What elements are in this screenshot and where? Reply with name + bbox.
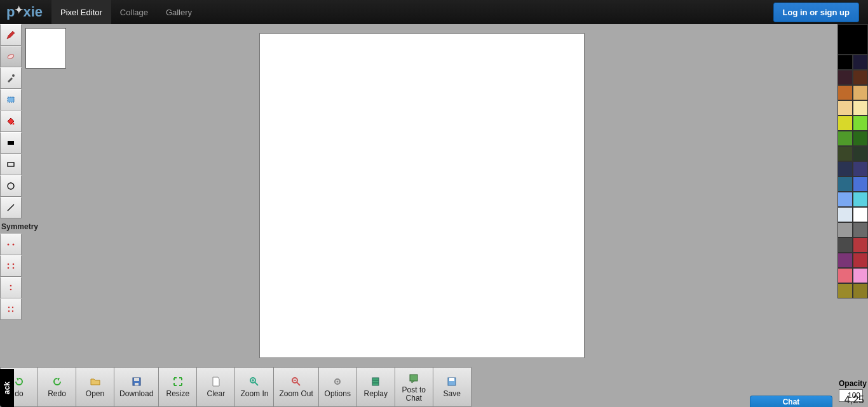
swatch[interactable] — [853, 70, 868, 85]
open-button[interactable]: Open — [76, 367, 114, 407]
sym-vertical-icon — [6, 261, 16, 271]
action-bar: doRedoOpenDownloadResizeClearZoom InZoom… — [0, 367, 471, 407]
undo-icon-wrap — [13, 376, 25, 387]
swatch[interactable] — [853, 222, 868, 237]
swatch[interactable] — [853, 253, 868, 268]
tool-circle-outline[interactable] — [0, 175, 22, 197]
tool-bucket[interactable] — [0, 110, 22, 132]
replay-button[interactable]: Replay — [357, 367, 395, 407]
swatch[interactable] — [853, 192, 868, 207]
svg-point-14 — [10, 285, 12, 287]
logo[interactable]: p ✦ xie — [0, 4, 51, 20]
swatch[interactable] — [853, 207, 868, 222]
sym-quad-icon — [6, 304, 16, 314]
bucket-icon — [6, 116, 16, 126]
tool-eyedropper[interactable] — [0, 67, 22, 89]
swatch[interactable] — [853, 237, 868, 253]
swatch[interactable] — [853, 55, 868, 70]
line-icon — [6, 203, 16, 213]
tool-sym-single[interactable] — [0, 277, 22, 298]
tool-sym-horizontal[interactable] — [0, 234, 22, 255]
resize-icon-wrap — [172, 376, 184, 387]
options-button[interactable]: Options — [319, 367, 357, 407]
swatch[interactable] — [837, 177, 853, 192]
zoomout-button[interactable]: Zoom Out — [274, 367, 318, 407]
save-button[interactable]: Save — [433, 367, 471, 407]
folder-icon — [90, 376, 101, 387]
layer-thumbnail[interactable] — [25, 28, 66, 69]
swatch[interactable] — [853, 268, 868, 283]
chat-toggle[interactable]: Chat — [750, 396, 832, 407]
tool-pencil[interactable] — [0, 24, 22, 46]
svg-rect-32 — [372, 378, 379, 385]
swatch[interactable] — [853, 161, 868, 177]
swatch[interactable] — [837, 207, 853, 222]
tool-eraser[interactable] — [0, 46, 22, 67]
swatch[interactable] — [837, 237, 853, 253]
swatch[interactable] — [853, 100, 868, 116]
login-button[interactable]: Log in or sign up — [773, 3, 859, 22]
redo-button[interactable]: Redo — [38, 367, 76, 407]
svg-point-31 — [337, 381, 339, 383]
swatch[interactable] — [853, 283, 868, 298]
resize-button[interactable]: Resize — [159, 367, 197, 407]
fill-rect-icon — [6, 138, 16, 148]
post-icon — [408, 372, 419, 384]
swatch[interactable] — [837, 268, 853, 283]
zoomout-icon — [290, 376, 302, 387]
svg-point-18 — [8, 310, 10, 312]
download-button[interactable]: Download — [114, 367, 159, 407]
svg-point-11 — [13, 264, 15, 265]
swatch[interactable] — [837, 222, 853, 237]
swatch[interactable] — [837, 55, 853, 70]
nav-tab-gallery[interactable]: Gallery — [157, 0, 201, 24]
swatch[interactable] — [853, 177, 868, 192]
tool-fill-rect[interactable] — [0, 132, 22, 154]
swatch[interactable] — [837, 85, 853, 100]
swatch[interactable] — [837, 283, 853, 298]
svg-line-7 — [8, 204, 14, 211]
color-palette — [837, 55, 868, 298]
svg-point-10 — [8, 264, 10, 265]
pencil-icon — [6, 30, 16, 40]
nav-tab-pixel-editor[interactable]: Pixel Editor — [51, 0, 111, 24]
save-label: Save — [444, 390, 461, 398]
tool-line[interactable] — [0, 197, 22, 218]
current-color[interactable] — [837, 24, 868, 55]
swatch[interactable] — [853, 146, 868, 161]
post-button[interactable]: Post toChat — [395, 367, 433, 407]
tool-rect-outline[interactable] — [0, 154, 22, 175]
tool-sym-quad[interactable] — [0, 298, 22, 320]
disk-icon — [131, 376, 142, 387]
zoomin-button[interactable]: Zoom In — [235, 367, 274, 407]
nav-tab-collage[interactable]: Collage — [111, 0, 157, 24]
eyedropper-icon — [6, 73, 16, 83]
canvas-area — [0, 24, 837, 407]
cursor-coords: 4,25 — [844, 394, 864, 406]
zoomin-icon — [248, 376, 260, 387]
swatch[interactable] — [853, 85, 868, 100]
swatch[interactable] — [853, 131, 868, 146]
swatch[interactable] — [837, 161, 853, 177]
zoomin-label: Zoom In — [240, 390, 268, 398]
options-label: Options — [325, 390, 351, 398]
drawing-canvas[interactable] — [259, 33, 585, 358]
swatch[interactable] — [837, 131, 853, 146]
svg-rect-37 — [449, 378, 454, 381]
swatch[interactable] — [837, 192, 853, 207]
tool-marquee[interactable] — [0, 89, 22, 110]
svg-point-19 — [12, 310, 13, 312]
svg-point-1 — [12, 74, 15, 77]
feedback-tab[interactable]: ack — [0, 369, 14, 407]
tool-sym-vertical[interactable] — [0, 255, 22, 277]
clear-button[interactable]: Clear — [197, 367, 235, 407]
swatch[interactable] — [837, 146, 853, 161]
swatch[interactable] — [837, 116, 853, 131]
circle-outline-icon — [6, 181, 16, 191]
svg-line-28 — [297, 382, 300, 385]
swatch[interactable] — [837, 253, 853, 268]
swatch[interactable] — [837, 70, 853, 85]
swatch[interactable] — [853, 116, 868, 131]
swatch[interactable] — [837, 100, 853, 116]
svg-rect-5 — [8, 163, 14, 166]
